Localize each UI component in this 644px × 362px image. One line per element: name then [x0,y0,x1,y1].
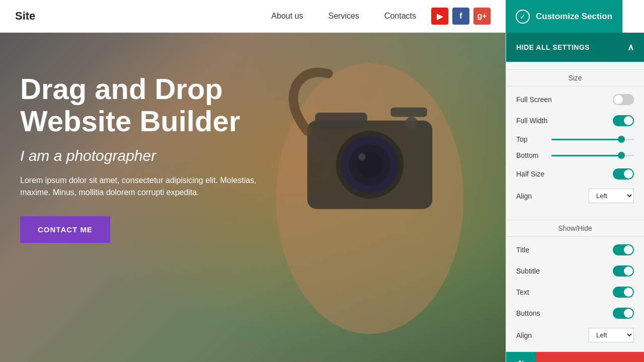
show-hide-label: Show/Hide [506,220,644,237]
panel-title: Customize Section [536,12,612,22]
full-width-setting: Full Width [506,110,644,131]
text-setting: Text [506,282,644,303]
site-logo: Site [15,10,35,23]
bottom-slider-fill [551,155,621,156]
nav-about[interactable]: About us [271,12,303,21]
nav-services[interactable]: Services [329,12,359,21]
title-label: Title [516,246,529,254]
arrows-icon: ⇅ [517,358,526,362]
half-size-setting: Half Size [506,163,644,185]
check-icon: ✓ [516,10,530,24]
title-setting: Title [506,239,644,260]
top-slider-row: Top [506,131,644,147]
text-toggle[interactable] [613,287,634,298]
googleplus-icon[interactable]: g+ [473,8,491,25]
panel-footer: ⇅ REMOVE [506,351,644,362]
bottom-slider-thumb [618,152,625,159]
half-size-toggle[interactable] [613,168,634,179]
hide-all-label: HIDE ALL SETTINGS [516,43,590,51]
chevron-up-icon: ∧ [627,42,634,53]
bottom-slider[interactable] [551,155,634,156]
buttons-setting: Buttons [506,303,644,324]
panel-header: ✓ Customize Section [506,0,622,33]
svg-rect-2 [315,113,367,128]
hide-all-button[interactable]: HIDE ALL SETTINGS ∧ [506,33,644,62]
full-screen-label: Full Screen [516,96,552,104]
full-width-toggle[interactable] [613,115,634,126]
hero-text: Lorem ipsum dolor sit amet, consectetur … [20,174,272,199]
text-label: Text [516,288,529,296]
facebook-icon[interactable]: f [452,8,469,25]
size-align-dropdown[interactable]: Left Center Right [589,189,634,203]
show-hide-align-label: Align [516,331,532,339]
site-header: Site About us Services Contacts ▶ f g+ [0,0,506,33]
subtitle-toggle[interactable] [613,265,634,277]
nav-contacts[interactable]: Contacts [384,12,416,21]
size-section: Size Full Screen Full Width Top [506,62,644,212]
hero-section: Drag and DropWebsite Builder I am a phot… [0,33,506,362]
top-slider[interactable] [551,139,634,140]
hero-title: Drag and DropWebsite Builder [20,73,272,137]
svg-point-8 [405,117,418,129]
show-hide-align-row: Align Left Center Right [506,324,644,346]
customize-panel: HIDE ALL SETTINGS ∧ Size Full Screen Ful… [506,33,644,362]
hero-content: Drag and DropWebsite Builder I am a phot… [10,63,282,253]
svg-rect-9 [390,108,427,117]
remove-button[interactable]: REMOVE [536,352,644,362]
full-screen-setting: Full Screen [506,89,644,110]
contact-me-button[interactable]: CONTACT ME [20,216,110,243]
top-label: Top [516,135,546,143]
title-toggle[interactable] [613,244,634,255]
buttons-toggle[interactable] [613,308,634,319]
social-links: ▶ f g+ [431,8,491,25]
hero-camera-image [264,53,475,344]
size-align-label: Align [516,192,532,200]
top-slider-fill [551,139,621,140]
full-screen-toggle[interactable] [613,94,634,105]
buttons-label: Buttons [516,309,540,317]
show-hide-section: Show/Hide Title Subtitle Text [506,212,644,351]
half-size-label: Half Size [516,170,544,178]
main-nav: About us Services Contacts [271,12,416,21]
show-hide-align-dropdown[interactable]: Left Center Right [589,328,634,342]
hero-subtitle: I am a photographer [20,147,272,164]
subtitle-setting: Subtitle [506,260,644,282]
svg-point-7 [358,153,366,161]
subtitle-label: Subtitle [516,267,540,275]
full-width-label: Full Width [516,117,547,125]
size-align-row: Align Left Center Right [506,185,644,207]
size-section-label: Size [506,69,644,86]
bottom-label: Bottom [516,151,546,159]
youtube-icon[interactable]: ▶ [431,8,448,25]
bottom-slider-row: Bottom [506,147,644,163]
top-slider-thumb [618,136,625,143]
reorder-button[interactable]: ⇅ [506,352,536,362]
